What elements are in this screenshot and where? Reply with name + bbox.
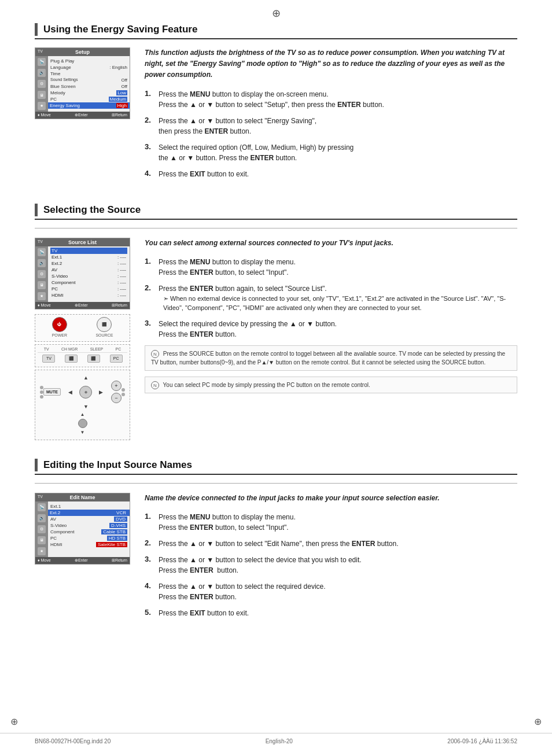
section-bar-3 xyxy=(35,459,38,471)
menu-row-time: Time xyxy=(50,71,127,77)
edit-menu-footer: ♦ Move⊕Enter⊞Return xyxy=(35,557,130,564)
sleep-btn[interactable]: ⬛ xyxy=(87,355,100,363)
section-energy-header: Using the Energy Saving Feature xyxy=(35,23,517,39)
energy-step-2: 2. Press the ▲ or ▼ button to select "En… xyxy=(145,116,517,137)
vol-btns: + − xyxy=(111,381,122,403)
energy-step-1: 1. Press the MENU button to display the … xyxy=(145,89,517,110)
nav-right[interactable]: ▶ xyxy=(99,389,103,395)
edit-icon-3: ⚙ xyxy=(38,525,46,533)
energy-steps: 1. Press the MENU button to display the … xyxy=(145,89,517,179)
energy-tv-label: TV xyxy=(38,49,43,53)
edit-step-2: 2. Press the ▲ or ▼ button to select "Ed… xyxy=(145,539,517,549)
section-energy-content: TV Setup 📡 🔊 ⚙ 🖥 ★ Plug & Play xyxy=(35,47,517,185)
rnav-down[interactable]: ▼ xyxy=(80,430,85,435)
nav-down[interactable]: ▼ xyxy=(83,404,89,410)
edit-row-component: ComponentCable STB xyxy=(50,529,127,535)
menu-row-bluescreen: Blue ScreenOff xyxy=(50,83,127,90)
section-edit-image: TV Edit Name 📡 🔊 ⚙ 🖥 ★ Ext.1 xyxy=(35,493,133,565)
page-footer: BN68-00927H-00Eng.indd 20 English-20 200… xyxy=(0,733,552,744)
power-label: POWER xyxy=(52,333,67,337)
edit-steps: 1. Press the MENU button to display the … xyxy=(145,512,517,618)
source-menu-body: 📡 🔊 ⚙ 🖥 ★ TV Ext.1: ---- Ext.2: ---- AV:… xyxy=(35,246,130,302)
source-step-3: 3. Select the required device by pressin… xyxy=(145,319,517,340)
vol-down[interactable]: − xyxy=(111,393,122,403)
edit-row-svideo: S-VideoD-VHS xyxy=(50,522,127,529)
section-edit-title: Editing the Input Source Names xyxy=(43,459,192,471)
source-menu-footer: ♦ Move⊕Enter⊞Return xyxy=(35,302,130,309)
source-steps: 1. Press the MENU button to display the … xyxy=(145,257,517,340)
section-divider-1 xyxy=(35,228,517,228)
icon-screen: 🖥 xyxy=(38,91,46,99)
edit-menu-items: Ext.1 Ext.2VCR AVDVD S-VideoD-VHS Compon… xyxy=(48,501,130,557)
section-edit-content: TV Edit Name 📡 🔊 ⚙ 🖥 ★ Ext.1 xyxy=(35,493,517,624)
section-source-content: TV Source List 📡 🔊 ⚙ 🖥 ★ TV xyxy=(35,238,517,440)
icon-sound: 🔊 xyxy=(38,69,46,77)
edit-icon-5: ★ xyxy=(38,547,46,555)
pc-btn[interactable]: PC xyxy=(110,355,123,363)
power-button[interactable]: ⏻ xyxy=(52,317,67,332)
ch-label-pc: PC xyxy=(116,347,122,351)
footer-right: 2006-09-16 ¿ÀÀü 11:36:52 xyxy=(447,738,517,744)
menu-row-plugplay: Plug & Play xyxy=(50,58,127,64)
mute-button[interactable]: MUTE xyxy=(43,388,61,396)
crosshair-bottom-right: ⊕ xyxy=(534,716,542,727)
source-note-2: N You can select PC mode by simply press… xyxy=(145,377,517,393)
menu-row-melody: MelodyLow xyxy=(50,90,127,96)
chmgr-btn[interactable]: ⬛ xyxy=(65,355,78,363)
energy-menu-body: 📡 🔊 ⚙ 🖥 ★ Plug & Play Language: English … xyxy=(35,56,130,112)
source-label: SOURCE xyxy=(95,333,113,337)
remote-nav-box: MUTE ▲ ▼ ◀ ▶ ⊕ + − xyxy=(35,370,130,440)
nav-left[interactable]: ◀ xyxy=(68,389,72,395)
source-menu-icons: 📡 🔊 ⚙ 🖥 ★ xyxy=(35,246,48,302)
edit-tv-label: TV xyxy=(38,495,43,499)
section-energy-text: This function adjusts the brightness of … xyxy=(145,47,517,185)
rnav-center xyxy=(78,419,87,428)
remote-power-source: ⏻ POWER ⬛ SOURCE xyxy=(35,314,130,342)
edit-row-ext1: Ext.1 xyxy=(50,503,127,510)
nav-enter[interactable]: ⊕ xyxy=(79,386,92,399)
footer-left: BN68-00927H-00Eng.indd 20 xyxy=(35,738,111,744)
src-row-hdmi: HDMI: ---- xyxy=(50,292,127,298)
note-icon-2: N xyxy=(151,381,159,389)
src-row-svideo: S-Video: ---- xyxy=(50,273,127,279)
edit-row-av: AVDVD xyxy=(50,516,127,522)
menu-row-sound: Sound SettingsOff xyxy=(50,77,127,83)
edit-row-pc: PCHD STB xyxy=(50,535,127,541)
edit-menu-body: 📡 🔊 ⚙ 🖥 ★ Ext.1 Ext.2VCR AVDVD S-VideoD-… xyxy=(35,501,130,557)
footer-center: English-20 xyxy=(111,738,447,744)
nav-up[interactable]: ▲ xyxy=(83,375,89,381)
section-energy-image: TV Setup 📡 🔊 ⚙ 🖥 ★ Plug & Play xyxy=(35,47,133,119)
source-note-1: N Press the SOURCE button on the remote … xyxy=(145,345,517,371)
rdot2 xyxy=(122,393,125,396)
src-row-pc: PC: ---- xyxy=(50,286,127,292)
tv-btn[interactable]: TV xyxy=(42,355,55,363)
src-icon-2: 🔊 xyxy=(38,259,46,267)
ch-label-sleep: SLEEP xyxy=(90,347,104,351)
section-energy: Using the Energy Saving Feature TV Setup… xyxy=(35,23,517,185)
energy-menu-icons: 📡 🔊 ⚙ 🖥 ★ xyxy=(35,56,48,112)
energy-menu-title: TV Setup xyxy=(35,48,130,56)
section-edit: Editing the Input Source Names TV Edit N… xyxy=(35,459,517,624)
section-divider-2 xyxy=(35,483,517,484)
source-step-2: 2. Press the ENTER button again, to sele… xyxy=(145,283,517,313)
section-bar xyxy=(35,23,38,36)
menu-row-pc: PCMedium xyxy=(50,96,127,102)
src-icon-3: ⚙ xyxy=(38,270,46,278)
energy-tv-menu: TV Setup 📡 🔊 ⚙ 🖥 ★ Plug & Play xyxy=(35,47,130,119)
edit-step-3: 3. Press the ▲ or ▼ button to select the… xyxy=(145,555,517,576)
remote-vol-nav: ▲ ▼ xyxy=(71,412,94,435)
rnav-up[interactable]: ▲ xyxy=(80,412,85,417)
source-intro: You can select among external sources co… xyxy=(145,238,517,249)
source-button[interactable]: ⬛ xyxy=(97,317,112,332)
vol-up[interactable]: + xyxy=(111,381,122,391)
edit-icon-1: 📡 xyxy=(38,503,46,511)
note-icon-1: N xyxy=(151,350,159,358)
section-bar-2 xyxy=(35,204,38,216)
source-tv-menu: TV Source List 📡 🔊 ⚙ 🖥 ★ TV xyxy=(35,238,130,309)
section-source-text: You can select among external sources co… xyxy=(145,238,517,397)
edit-menu-title: TV Edit Name xyxy=(35,493,130,501)
src-row-component: Component: ---- xyxy=(50,279,127,286)
remote-ch-box: TV CH MGR SLEEP PC TV ⬛ ⬛ PC xyxy=(35,344,130,367)
src-row-ext2: Ext.2: ---- xyxy=(50,260,127,267)
edit-step-5: 5. Press the EXIT button to exit. xyxy=(145,608,517,618)
